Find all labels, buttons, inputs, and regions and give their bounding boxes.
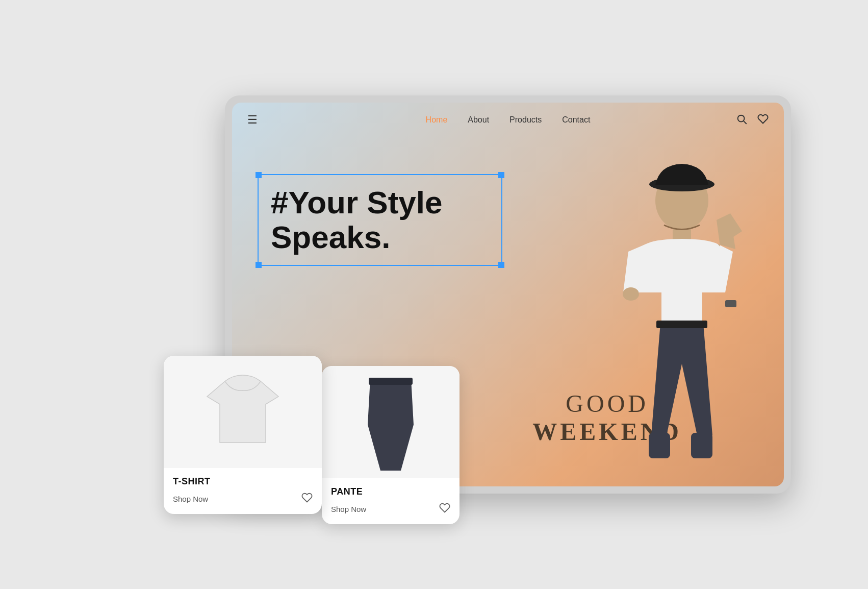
man-figure: [580, 150, 763, 486]
handle-tr: [498, 172, 504, 178]
nav-links: Home About Products Contact: [426, 115, 591, 125]
handle-tl: [256, 172, 262, 178]
tshirt-heart-button[interactable]: [301, 492, 313, 506]
tshirt-icon: [197, 369, 289, 455]
search-icon[interactable]: [736, 113, 747, 127]
svg-rect-9: [725, 300, 736, 307]
hero-text-section: #Your Style Speaks.: [258, 174, 502, 266]
tshirt-shop-now[interactable]: Shop Now: [173, 495, 208, 503]
nav-products[interactable]: Products: [509, 115, 542, 125]
nav-about[interactable]: About: [468, 115, 489, 125]
pants-icon: [358, 374, 424, 471]
nav-home[interactable]: Home: [426, 115, 448, 125]
handle-bl: [256, 262, 262, 268]
svg-line-1: [744, 121, 746, 124]
product-card-pants: PANTE Shop Now: [322, 366, 459, 524]
nav-icons: [736, 113, 769, 127]
tshirt-card-bottom: Shop Now: [173, 492, 313, 506]
heart-icon[interactable]: [757, 113, 769, 127]
pants-title: PANTE: [331, 486, 450, 497]
pants-heart-button[interactable]: [439, 502, 450, 516]
tshirt-title: T-SHIRT: [173, 476, 313, 487]
pants-card-bottom: Shop Now: [331, 502, 450, 516]
hero-headline: #Your Style Speaks.: [271, 185, 489, 255]
pants-image: [322, 366, 459, 478]
product-card-tshirt: T-SHIRT Shop Now: [164, 356, 322, 514]
svg-point-5: [623, 287, 639, 301]
navbar: ☰ Home About Products Contact: [232, 103, 784, 137]
svg-rect-8: [656, 321, 707, 328]
hero-headline-box: #Your Style Speaks.: [258, 174, 502, 266]
handle-br: [498, 262, 504, 268]
scene: ☰ Home About Products Contact: [154, 65, 714, 524]
hamburger-icon[interactable]: ☰: [247, 113, 258, 127]
tshirt-image: [164, 356, 322, 468]
svg-rect-7: [691, 433, 712, 458]
svg-rect-16: [369, 378, 413, 385]
svg-rect-6: [649, 433, 670, 458]
nav-contact[interactable]: Contact: [562, 115, 590, 125]
pants-card-info: PANTE Shop Now: [322, 478, 459, 524]
tshirt-card-info: T-SHIRT Shop Now: [164, 468, 322, 514]
pants-shop-now[interactable]: Shop Now: [331, 505, 366, 513]
